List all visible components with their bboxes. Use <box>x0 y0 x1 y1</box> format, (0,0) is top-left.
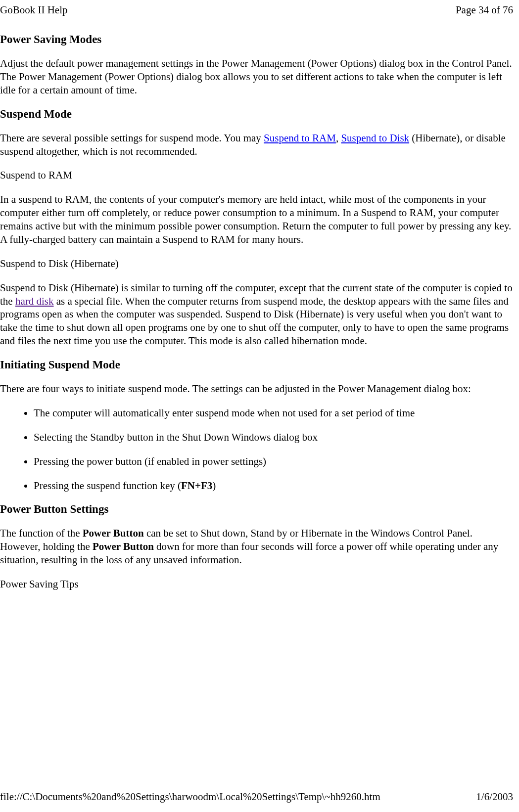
para-power-button: The function of the Power Button can be … <box>0 527 513 567</box>
para-suspend-to-ram: In a suspend to RAM, the contents of you… <box>0 193 513 246</box>
heading-power-saving-modes: Power Saving Modes <box>0 33 513 46</box>
page-header: GoBook II Help Page 34 of 76 <box>0 0 519 16</box>
list-item: Selecting the Standby button in the Shut… <box>34 431 513 444</box>
list-item: The computer will automatically enter su… <box>34 406 513 420</box>
link-hard-disk[interactable]: hard disk <box>15 295 54 307</box>
list-item: Pressing the power button (if enabled in… <box>34 455 513 468</box>
bold-power-button: Power Button <box>93 541 154 552</box>
text-segment: ) <box>212 480 216 492</box>
footer-date: 1/6/2003 <box>476 791 513 803</box>
link-suspend-to-ram[interactable]: Suspend to RAM <box>264 132 336 144</box>
list-item: Pressing the suspend function key (FN+F3… <box>34 479 513 493</box>
para-suspend-to-disk: Suspend to Disk (Hibernate) is similar t… <box>0 281 513 348</box>
text-segment: as a special file. When the computer ret… <box>0 295 509 347</box>
link-suspend-to-disk[interactable]: Suspend to Disk <box>341 132 409 144</box>
para-suspend-mode: There are several possible settings for … <box>0 132 513 158</box>
text-segment: , <box>336 132 341 144</box>
header-page-number: Page 34 of 76 <box>456 4 513 16</box>
bold-key-combo: FN+F3 <box>181 480 212 492</box>
subheading-suspend-to-ram: Suspend to RAM <box>0 169 513 182</box>
para-initiating-intro: There are four ways to initiate suspend … <box>0 382 513 396</box>
document-body: Power Saving Modes Adjust the default po… <box>0 33 519 591</box>
subheading-power-saving-tips: Power Saving Tips <box>0 578 513 591</box>
subheading-suspend-to-disk: Suspend to Disk (Hibernate) <box>0 257 513 271</box>
text-segment: The function of the <box>0 527 83 539</box>
text-segment: Pressing the suspend function key ( <box>34 480 181 492</box>
text-segment: There are several possible settings for … <box>0 132 264 144</box>
heading-power-button-settings: Power Button Settings <box>0 503 513 516</box>
heading-initiating-suspend: Initiating Suspend Mode <box>0 359 513 371</box>
bold-power-button: Power Button <box>83 527 144 539</box>
list-initiating-methods: The computer will automatically enter su… <box>0 406 513 493</box>
page-footer: file://C:\Documents%20and%20Settings\har… <box>0 791 519 807</box>
para-power-saving-modes: Adjust the default power management sett… <box>0 57 513 97</box>
heading-suspend-mode: Suspend Mode <box>0 108 513 121</box>
header-doc-title: GoBook II Help <box>0 4 67 16</box>
footer-file-path: file://C:\Documents%20and%20Settings\har… <box>0 791 380 803</box>
